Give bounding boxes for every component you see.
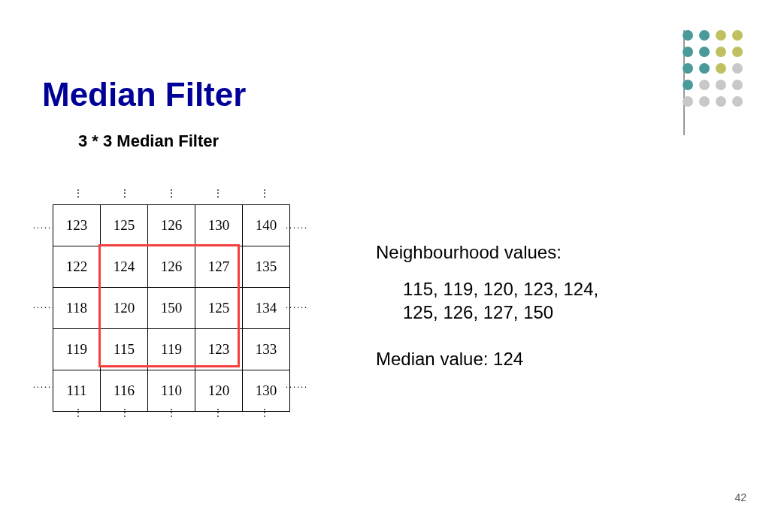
slide-subtitle: 3 * 3 Median Filter [78, 131, 219, 151]
pixel-cell: 135 [243, 246, 290, 288]
median-label: Median value: [376, 349, 488, 369]
dot-icon [716, 30, 726, 41]
pixel-cell: 122 [53, 246, 101, 288]
dot-icon [716, 80, 726, 90]
ellipsis-icon: ······ [286, 222, 308, 234]
dot-icon [683, 30, 693, 41]
dot-icon [699, 47, 710, 57]
ellipsis-icon: ⋮ [120, 407, 131, 419]
dot-icon [683, 80, 693, 90]
ellipsis-icon: ······ [33, 302, 56, 313]
neighbourhood-values-line: 125, 126, 127, 150 [403, 301, 598, 324]
decor-dot-grid [683, 30, 743, 107]
dot-icon [732, 47, 743, 57]
pixel-cell: 116 [101, 370, 148, 412]
pixel-cell: 126 [148, 205, 195, 246]
pixel-cell: 134 [243, 288, 290, 329]
dot-icon [732, 80, 743, 90]
page-number: 42 [734, 491, 746, 503]
pixel-cell: 123 [53, 205, 101, 246]
pixel-cell: 127 [195, 246, 243, 288]
pixel-grid-wrapper: 1231251261301401221241261271351181201501… [53, 204, 301, 412]
pixel-cell: 123 [195, 329, 243, 370]
dot-icon [699, 96, 710, 107]
dot-icon [699, 80, 710, 90]
pixel-cell: 115 [101, 329, 148, 370]
dot-icon [716, 63, 726, 74]
ellipsis-icon: ······ [33, 382, 56, 393]
pixel-cell: 110 [148, 370, 195, 412]
pixel-cell: 150 [148, 288, 195, 329]
dot-icon [699, 30, 710, 41]
dot-icon [732, 63, 743, 74]
dot-icon [716, 47, 726, 57]
ellipsis-icon: ⋮ [260, 407, 271, 419]
ellipsis-icon: ⋮ [120, 188, 131, 199]
ellipsis-icon: ······ [286, 302, 308, 313]
pixel-cell: 130 [243, 370, 290, 412]
ellipsis-icon: ⋮ [213, 407, 224, 419]
pixel-cell: 124 [101, 246, 148, 288]
pixel-cell: 111 [53, 370, 101, 412]
pixel-cell: 125 [195, 288, 243, 329]
median-value: 124 [493, 349, 523, 369]
explanation-block: Neighbourhood values: 115, 119, 120, 123… [376, 240, 598, 370]
median-line: Median value: 124 [376, 347, 598, 370]
ellipsis-icon: ⋮ [260, 188, 271, 199]
pixel-cell: 120 [101, 288, 148, 329]
ellipsis-icon: ⋮ [167, 188, 177, 199]
pixel-cell: 120 [195, 370, 243, 412]
pixel-cell: 125 [101, 205, 148, 246]
page-title: Median Filter [42, 76, 246, 113]
ellipsis-icon: ⋮ [213, 188, 224, 199]
pixel-grid: 1231251261301401221241261271351181201501… [53, 204, 290, 412]
pixel-cell: 130 [195, 205, 243, 246]
ellipsis-icon: ⋮ [74, 188, 84, 199]
neighbourhood-values-line: 115, 119, 120, 123, 124, [403, 277, 598, 301]
dot-icon [732, 30, 743, 41]
neighbourhood-label: Neighbourhood values: [376, 240, 598, 264]
pixel-cell: 126 [148, 246, 195, 288]
dot-icon [683, 96, 693, 107]
ellipsis-icon: ······ [286, 382, 308, 393]
ellipsis-icon: ⋮ [167, 407, 177, 419]
dot-icon [699, 63, 710, 74]
dot-icon [683, 47, 693, 57]
pixel-cell: 119 [53, 329, 101, 370]
ellipsis-icon: ······ [33, 222, 56, 234]
dot-icon [732, 96, 743, 107]
dot-icon [716, 96, 726, 107]
dot-icon [683, 63, 693, 74]
pixel-cell: 118 [53, 288, 101, 329]
pixel-cell: 133 [243, 329, 290, 370]
pixel-cell: 140 [243, 205, 290, 246]
pixel-cell: 119 [148, 329, 195, 370]
ellipsis-icon: ⋮ [74, 407, 84, 419]
